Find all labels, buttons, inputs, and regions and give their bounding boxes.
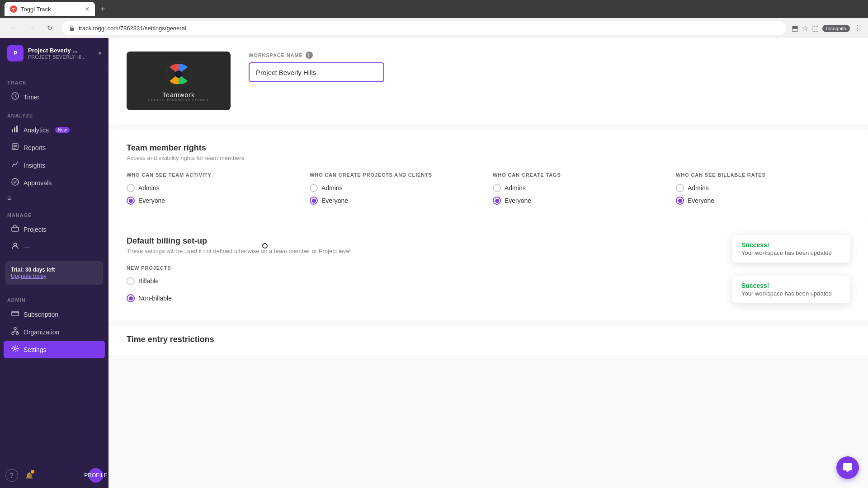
col-label-4: WHO CAN SEE BILLABLE RATES	[676, 172, 850, 178]
new-tab-button[interactable]: +	[100, 5, 105, 14]
success-2-title: Success!	[741, 282, 841, 289]
sidebar-item-reports[interactable]: Reports	[4, 139, 105, 156]
sidebar-item-projects[interactable]: Projects	[4, 221, 105, 238]
chat-button[interactable]	[836, 456, 859, 479]
profile-label: PROFILE	[84, 472, 107, 479]
radio-billable-rates-everyone[interactable]	[676, 197, 684, 205]
sidebar-item-subscription[interactable]: Subscription	[4, 305, 105, 323]
rights-col-billable-rates: WHO CAN SEE BILLABLE RATES Admins Everyo…	[676, 172, 850, 209]
billable-rates-admins[interactable]: Admins	[676, 184, 850, 192]
success-2-desc: Your workspace has been updated	[741, 290, 841, 297]
analytics-icon	[11, 125, 19, 135]
help-button[interactable]: ?	[5, 469, 18, 482]
create-tags-everyone[interactable]: Everyone	[493, 197, 667, 205]
new-projects-label: NEW PROJECTS	[127, 265, 850, 271]
sidebar-item-clients[interactable]: —	[4, 238, 105, 256]
success-1-desc: Your workspace has been updated	[741, 249, 841, 256]
col-label-2: WHO CAN CREATE PROJECTS AND CLIENTS	[310, 172, 484, 178]
extension-button[interactable]: ⬚	[812, 24, 819, 33]
teamwork-logo-icon	[165, 61, 192, 88]
team-activity-admins[interactable]: Admins	[127, 184, 301, 192]
tab-close-button[interactable]: ✕	[85, 6, 90, 12]
organization-label: Organization	[24, 328, 59, 336]
subscription-label: Subscription	[24, 311, 58, 318]
notifications-button[interactable]: 🔔	[23, 469, 35, 482]
settings-label: Settings	[24, 346, 47, 353]
workspace-icon: P	[7, 45, 24, 61]
svg-rect-14	[14, 328, 16, 329]
team-rights-title: Team member rights	[127, 143, 850, 153]
radio-create-projects-everyone[interactable]	[310, 197, 318, 205]
trial-box: Trial: 30 days left Upgrade today	[5, 261, 103, 285]
browser-controls: ← → ↻ track.toggl.com/7862831/settings/g…	[0, 18, 868, 38]
sidebar-item-analytics[interactable]: Analytics New	[4, 121, 105, 139]
success-1-title: Success!	[741, 241, 841, 249]
workspace-name-field-label: WORKSPACE NAME i	[249, 52, 850, 59]
notification-dot	[31, 470, 34, 474]
radio-billable-rates-admins[interactable]	[676, 184, 684, 192]
col-label-1: WHO CAN SEE TEAM ACTIVITY	[127, 172, 301, 178]
browser-tab[interactable]: T Toggl Track ✕	[5, 2, 95, 16]
radio-new-projects-non-billable[interactable]	[127, 294, 135, 302]
back-button[interactable]: ←	[7, 22, 20, 34]
analytics-label: Analytics	[24, 127, 49, 134]
clients-icon	[11, 242, 19, 252]
workspace-name-input[interactable]	[249, 62, 384, 82]
projects-label: Projects	[24, 226, 47, 233]
radio-create-tags-admins[interactable]	[493, 184, 501, 192]
workspace-logo-box: Teamwork PEOPLE TEAMWORK EFFORT	[127, 52, 231, 110]
address-bar[interactable]: track.toggl.com/7862831/settings/general	[61, 21, 786, 35]
sidebar-item-settings[interactable]: Settings	[4, 341, 105, 358]
cast-button[interactable]: ⬒	[792, 24, 798, 33]
chat-icon	[842, 462, 853, 473]
url-text: track.toggl.com/7862831/settings/general	[79, 25, 186, 32]
sidebar-item-organization[interactable]: Organization	[4, 323, 105, 341]
create-tags-admins[interactable]: Admins	[493, 184, 667, 192]
refresh-button[interactable]: ↻	[43, 22, 56, 34]
time-restrictions-title: Time entry restrictions	[127, 335, 850, 344]
sidebar-header[interactable]: P Project Beverly ... PROJECT BEVERLY HI…	[0, 38, 108, 69]
rights-col-team-activity: WHO CAN SEE TEAM ACTIVITY Admins Everyon…	[127, 172, 301, 209]
team-activity-everyone[interactable]: Everyone	[127, 197, 301, 205]
sidebar-item-timer[interactable]: Timer	[4, 88, 105, 106]
create-projects-admins[interactable]: Admins	[310, 184, 484, 192]
analyze-section-label: ANALYZE	[0, 106, 108, 121]
svg-rect-15	[12, 333, 14, 334]
radio-create-projects-admins[interactable]	[310, 184, 318, 192]
rights-col-create-projects: WHO CAN CREATE PROJECTS AND CLIENTS Admi…	[310, 172, 484, 209]
svg-rect-2	[70, 28, 74, 31]
svg-point-17	[14, 347, 16, 350]
radio-team-activity-everyone[interactable]	[127, 197, 135, 205]
sidebar-item-approvals[interactable]: Approvals	[4, 174, 105, 192]
workspace-sub-label: PROJECT BEVERLY HI...	[28, 54, 94, 60]
upgrade-link[interactable]: Upgrade today	[11, 273, 98, 279]
teamwork-logo: Teamwork PEOPLE TEAMWORK EFFORT	[148, 61, 209, 102]
radio-create-tags-everyone[interactable]	[493, 197, 501, 205]
trial-text: Trial: 30 days left	[11, 267, 98, 273]
workspace-name-info-icon[interactable]: i	[306, 52, 313, 59]
team-rights-desc: Access and visibility rights for team me…	[127, 155, 850, 161]
profile-button[interactable]: Incognito	[822, 24, 850, 32]
forward-button[interactable]: →	[25, 22, 38, 34]
col-label-3: WHO CAN CREATE TAGS	[493, 172, 667, 178]
svg-point-12	[14, 243, 16, 246]
billable-rates-everyone[interactable]: Everyone	[676, 197, 850, 205]
profile-avatar[interactable]: PROFILE	[89, 468, 103, 483]
menu-button[interactable]: ⋮	[854, 24, 861, 33]
admin-section-label: ADMIN	[0, 290, 108, 305]
sidebar-item-insights[interactable]: Insights	[4, 156, 105, 174]
bookmark-button[interactable]: ☆	[802, 24, 808, 33]
svg-rect-13	[12, 311, 19, 316]
radio-team-activity-admins[interactable]	[127, 184, 135, 192]
settings-icon	[11, 345, 19, 354]
team-rights-section: Team member rights Access and visibility…	[108, 130, 868, 223]
tab-favicon: T	[10, 5, 17, 13]
app-layout: P Project Beverly ... PROJECT BEVERLY HI…	[0, 38, 868, 488]
create-projects-everyone[interactable]: Everyone	[310, 197, 484, 205]
settings-top-section: Teamwork PEOPLE TEAMWORK EFFORT WORKSPAC…	[108, 38, 868, 124]
svg-point-10	[12, 178, 19, 185]
radio-new-projects-billable[interactable]	[127, 277, 135, 285]
collapse-icon[interactable]: ≡	[7, 194, 11, 202]
browser-actions: ⬒ ☆ ⬚ Incognito ⋮	[792, 24, 861, 33]
workspace-name-section: WORKSPACE NAME i	[249, 52, 850, 82]
